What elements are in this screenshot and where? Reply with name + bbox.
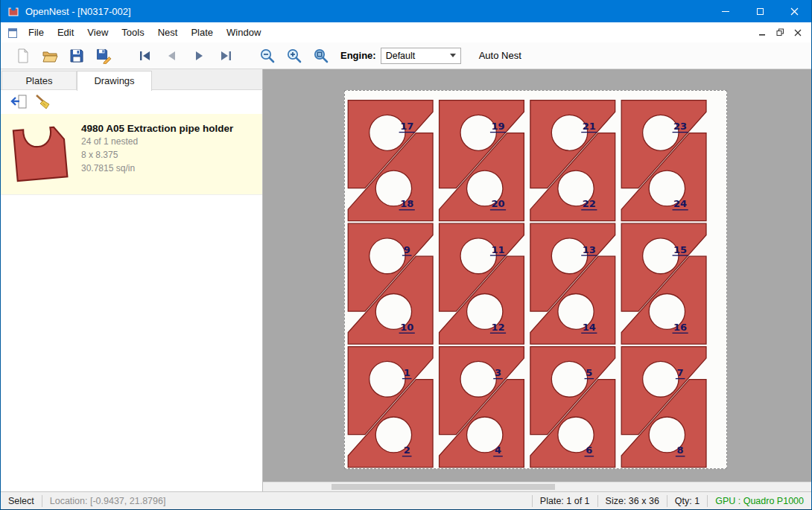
drawing-nested-count: 24 of 1 nested [81,136,233,147]
close-button[interactable] [777,0,811,22]
minimize-button[interactable] [708,0,743,22]
nest-pair: 1920 [440,101,524,221]
drawing-size: 8 x 8.375 [81,150,233,161]
close-icon [790,7,799,16]
part-number-label: 12 [491,322,504,333]
part-number-label: 20 [491,198,504,209]
menu-bar: File Edit View Tools Nest Plate Window [1,22,811,42]
nest-pair: 56 [530,347,615,468]
part-number-label: 7 [677,367,684,378]
menu-view[interactable]: View [80,22,115,42]
plate[interactable]: 171819202122232491011121314151612345678 [344,90,727,469]
nav-next-button[interactable] [185,45,212,67]
part-number-label: 15 [673,244,687,255]
return-part-button[interactable] [7,92,31,112]
nest-pair: 34 [440,347,524,468]
tab-plates[interactable]: Plates [1,71,77,90]
open-folder-icon [42,48,58,64]
combo-caret-icon [450,54,456,57]
nav-first-icon [137,48,153,64]
mdi-minimize-button[interactable] [753,25,771,41]
mdi-minimize-icon [758,29,766,36]
part-number-label: 13 [583,244,596,255]
status-location: Location: [-0.9437, 21.8796] [42,496,174,506]
part-number-label: 21 [583,121,596,132]
nest-pair: 2324 [621,101,706,221]
zoom-fit-icon [312,47,330,65]
menu-tools[interactable]: Tools [115,22,150,42]
open-button[interactable] [37,45,63,67]
menu-file[interactable]: File [22,22,51,42]
nav-prev-button[interactable] [159,45,185,67]
part-number-label: 22 [583,198,596,209]
mdi-restore-icon [776,28,784,36]
mdi-restore-button[interactable] [771,25,789,41]
save-button[interactable] [63,45,90,67]
mdi-close-button[interactable] [789,25,807,41]
auto-nest-button[interactable]: Auto Nest [475,47,526,64]
part-number-label: 11 [491,244,504,255]
part-number-label: 3 [495,367,501,378]
drawing-area: 30.7815 sq/in [81,163,233,174]
main-toolbar: Engine: Default Auto Nest [1,42,811,69]
status-qty: Qty: 1 [667,496,707,506]
nav-last-icon [218,48,234,64]
save-edit-button[interactable] [90,45,117,67]
status-gpu: GPU : Quadro P1000 [708,496,811,506]
app-icon [7,5,19,17]
save-icon [69,48,85,64]
new-button[interactable] [10,45,37,67]
engine-select[interactable]: Default [381,48,461,64]
nav-last-button[interactable] [212,45,239,67]
part-number-label: 9 [404,244,410,255]
mdi-close-icon [794,29,802,36]
part-number-label: 18 [400,198,413,209]
status-bar: Select Location: [-0.9437, 21.8796] Plat… [1,491,811,509]
part-number-label: 10 [400,322,413,333]
nest-pair: 1314 [530,223,615,344]
drawings-toolbar [1,90,262,114]
title-bar: OpenNest - [N0317-002] [1,0,811,22]
engine-label: Engine: [340,50,376,61]
drawing-title: 4980 A05 Extraction pipe holder [81,123,233,134]
part-thumbnail [11,120,69,187]
nest-pair: 12 [348,347,433,468]
part-number-label: 17 [400,121,413,132]
clear-broom-icon [34,93,51,111]
mdi-document-icon[interactable] [7,27,19,39]
nest-pair: 2122 [530,101,615,221]
nest-svg: 171819202122232491011121314151612345678 [345,91,726,468]
status-mode: Select [1,496,42,506]
nest-canvas[interactable]: 171819202122232491011121314151612345678 [263,69,811,482]
horizontal-scrollbar[interactable] [263,482,811,491]
part-number-label: 8 [677,444,684,456]
nest-pair: 1516 [621,223,706,344]
part-number-label: 16 [673,322,687,333]
nav-first-button[interactable] [132,45,159,67]
window-title: OpenNest - [N0317-002] [25,6,131,17]
maximize-icon [757,8,764,15]
horizontal-scrollbar-thumb[interactable] [332,484,555,490]
zoom-in-button[interactable] [281,45,308,67]
menu-nest[interactable]: Nest [151,22,185,42]
engine-selected-value: Default [381,51,450,61]
nest-pair: 1112 [440,223,524,344]
tab-drawings[interactable]: Drawings [77,71,152,91]
menu-plate[interactable]: Plate [184,22,220,42]
part-number-label: 4 [495,444,501,456]
nav-prev-icon [164,48,180,64]
zoom-out-icon [258,47,276,65]
status-size: Size: 36 x 36 [598,496,667,506]
nest-pair: 1718 [348,101,433,221]
part-number-label: 6 [586,444,592,456]
save-edit-icon [95,48,112,64]
zoom-out-button[interactable] [254,45,281,67]
maximize-button[interactable] [743,0,777,22]
part-number-label: 5 [586,367,592,378]
menu-edit[interactable]: Edit [51,22,80,42]
drawing-list-item[interactable]: 4980 A05 Extraction pipe holder 24 of 1 … [1,114,262,195]
zoom-fit-button[interactable] [308,45,334,67]
clear-button[interactable] [31,92,54,112]
nav-next-icon [191,48,207,64]
menu-window[interactable]: Window [220,22,267,42]
